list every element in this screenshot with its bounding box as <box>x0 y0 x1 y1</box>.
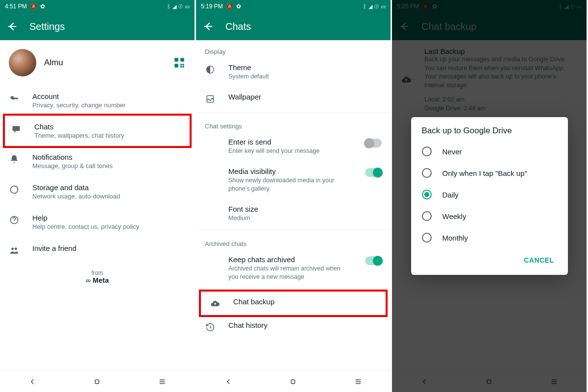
radio-option-weekly[interactable]: Weekly <box>411 205 568 227</box>
screen-chat-backup: 5:20 PM 🔕 ✿ ᛒ ◢ ⦾ ▭ Chat backup Last Bac… <box>392 0 588 392</box>
battery-icon: ▭ <box>185 3 190 10</box>
qr-icon[interactable] <box>173 56 186 69</box>
item-subtitle: Medium <box>228 214 380 222</box>
profile-name: Almu <box>44 58 165 68</box>
radio-option-never[interactable]: Never <box>411 141 568 162</box>
item-title: Enter is send <box>228 138 350 146</box>
chats-item-keep-archived[interactable]: Keep chats archived Archived chats will … <box>196 249 391 287</box>
item-title: Wallpaper <box>228 93 380 101</box>
signal-icon: ◢ <box>368 3 372 10</box>
item-subtitle: Enter key will send your message <box>228 147 350 155</box>
screen-settings: 4:51 PM 🔕 ✿ ᛒ ◢ ⦾ ▭ Settings Almu <box>0 0 196 392</box>
bluetooth-icon: ᛒ <box>363 3 367 9</box>
chats-item-theme[interactable]: Theme System default <box>196 57 391 87</box>
back-icon[interactable] <box>7 21 18 32</box>
item-title: Keep chats archived <box>228 255 350 264</box>
backup-frequency-dialog: Back up to Google Drive Never Only when … <box>411 117 568 275</box>
avatar <box>9 49 36 76</box>
radio-icon <box>422 211 432 221</box>
nav-recent-icon[interactable] <box>158 377 167 386</box>
item-subtitle: Network usage, auto-download <box>32 193 186 200</box>
people-icon <box>9 245 20 256</box>
nav-home-icon[interactable] <box>289 377 297 386</box>
divider <box>196 230 391 230</box>
chats-item-chat-history[interactable]: Chat history <box>196 315 391 339</box>
item-subtitle: Privacy, security, change number <box>32 101 186 109</box>
svg-rect-0 <box>174 58 178 62</box>
status-bar: 4:51 PM 🔕 ✿ ᛒ ◢ ⦾ ▭ <box>0 0 195 13</box>
section-archived: Archived chats <box>196 232 391 249</box>
item-title: Chat backup <box>233 297 375 306</box>
footer-from: from <box>0 270 195 276</box>
app-bar: Chats <box>196 13 391 40</box>
chats-item-wallpaper[interactable]: Wallpaper <box>196 87 391 110</box>
android-nav-bar <box>0 370 195 392</box>
radio-label: Only when I tap "Back up" <box>442 169 527 177</box>
settings-item-account[interactable]: Account Privacy, security, change number <box>0 85 195 116</box>
screen-chats: 5:19 PM 🔕 ✿ ᛒ ◢ ⦾ ▭ Chats Display Theme … <box>196 0 392 392</box>
back-icon[interactable] <box>203 21 214 32</box>
svg-rect-2 <box>174 64 178 68</box>
svg-rect-12 <box>96 380 99 384</box>
toggle-enter-send[interactable] <box>365 139 382 147</box>
radio-icon <box>422 190 432 199</box>
svg-rect-1 <box>180 58 184 62</box>
status-time: 4:51 PM <box>5 3 27 10</box>
radio-option-tap-backup[interactable]: Only when I tap "Back up" <box>411 162 568 184</box>
item-title: Account <box>32 92 186 100</box>
cancel-button[interactable]: CANCEL <box>519 252 559 268</box>
radio-icon <box>422 233 432 243</box>
wifi-icon: ⦾ <box>178 3 183 10</box>
profile-row[interactable]: Almu <box>0 40 195 85</box>
radio-option-daily[interactable]: Daily <box>411 184 568 205</box>
toggle-media-visibility[interactable] <box>365 168 382 177</box>
settings-item-invite[interactable]: Invite a friend <box>0 237 195 263</box>
item-title: Notifications <box>32 153 186 161</box>
item-title: Font size <box>228 205 380 213</box>
page-title: Chats <box>225 21 251 32</box>
app-bar: Settings <box>0 13 195 40</box>
section-chat-settings: Chat settings <box>196 115 391 132</box>
status-bar: 5:19 PM 🔕 ✿ ᛒ ◢ ⦾ ▭ <box>196 0 391 13</box>
svg-rect-7 <box>13 126 20 131</box>
nav-back-icon[interactable] <box>28 377 37 386</box>
settings-item-chats[interactable]: Chats Theme, wallpapers, chat history <box>3 114 192 148</box>
radio-label: Weekly <box>442 212 466 220</box>
footer-brand-name: Meta <box>93 276 109 284</box>
settings-item-help[interactable]: Help Help centre, contact us, privacy po… <box>0 207 195 237</box>
radio-label: Monthly <box>442 234 468 242</box>
radio-label: Never <box>442 147 462 156</box>
svg-rect-3 <box>180 64 182 65</box>
nav-home-icon[interactable] <box>93 377 101 386</box>
section-display: Display <box>196 40 391 57</box>
item-subtitle: System default <box>228 73 380 81</box>
settings-item-storage[interactable]: Storage and data Network usage, auto-dow… <box>0 176 195 207</box>
radio-icon <box>422 147 432 156</box>
key-icon <box>9 93 20 104</box>
page-title: Settings <box>29 21 65 32</box>
chats-item-chat-backup[interactable]: Chat backup <box>199 290 388 317</box>
chats-item-font-size[interactable]: Font size Medium <box>196 199 391 228</box>
item-subtitle: Archived chats will remain archived when… <box>228 265 350 281</box>
android-nav-bar <box>196 370 391 392</box>
modal-overlay[interactable]: Back up to Google Drive Never Only when … <box>392 0 587 392</box>
item-title: Storage and data <box>32 183 186 192</box>
chats-content: Display Theme System default Wallpaper C… <box>196 40 391 370</box>
chat-icon <box>11 123 22 134</box>
nav-recent-icon[interactable] <box>354 377 363 386</box>
help-icon <box>9 215 20 225</box>
footer-brand: from ∞ Meta <box>0 263 195 289</box>
toggle-keep-archived[interactable] <box>365 256 382 265</box>
theme-icon <box>205 64 216 75</box>
item-subtitle: Theme, wallpapers, chat history <box>34 132 184 139</box>
chats-item-media-visibility[interactable]: Media visibility Show newly downloaded m… <box>196 161 391 199</box>
chats-item-enter-send[interactable]: Enter is send Enter key will send your m… <box>196 132 391 161</box>
bell-icon <box>9 154 20 165</box>
settings-item-notifications[interactable]: Notifications Message, group & call tone… <box>0 146 195 176</box>
battery-icon: ▭ <box>381 3 386 10</box>
nav-back-icon[interactable] <box>224 377 233 386</box>
cloud-upload-icon <box>210 298 220 309</box>
radio-option-monthly[interactable]: Monthly <box>411 227 568 248</box>
signal-icon: ◢ <box>172 3 176 10</box>
radio-label: Daily <box>442 191 459 199</box>
